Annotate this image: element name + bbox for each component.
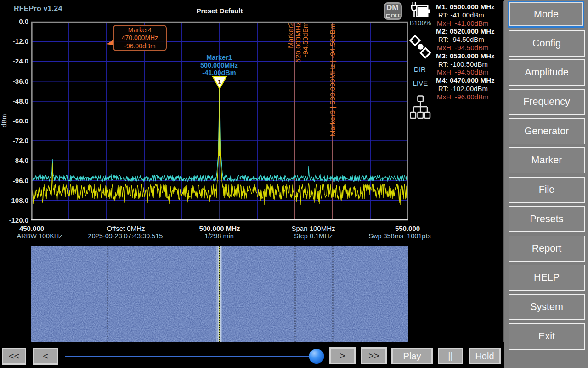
svg-text:1: 1 — [218, 78, 221, 86]
